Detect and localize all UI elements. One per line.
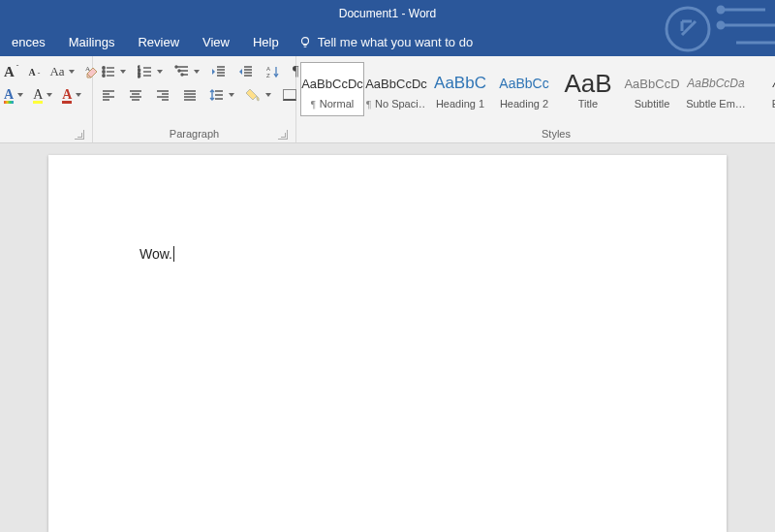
style-name-label: ¶ No Spaci… [366, 98, 426, 110]
align-justify-icon [182, 87, 198, 103]
decrease-indent-button[interactable] [209, 63, 229, 80]
shading-button[interactable] [244, 86, 273, 104]
style-preview: AaBbCcDa [685, 69, 747, 98]
svg-text:Z: Z [266, 73, 270, 78]
tell-me-label: Tell me what you want to do [318, 35, 473, 49]
svg-point-3 [301, 38, 308, 45]
align-left-icon [101, 87, 116, 103]
tab-help[interactable]: Help [241, 27, 291, 56]
style-preview: AaBbCcD [621, 69, 683, 98]
ribbon-tabs: ences Mailings Review View Help Tell me … [0, 27, 775, 56]
text-effects-icon: A [4, 88, 14, 102]
shading-icon [246, 87, 262, 103]
numbering-button[interactable]: 123 [136, 63, 165, 80]
svg-point-11 [175, 66, 177, 68]
paragraph-dialog-launcher[interactable] [278, 130, 288, 140]
bullets-icon [101, 64, 116, 79]
svg-point-5 [103, 67, 105, 69]
text-cursor [173, 246, 174, 262]
style-preview: AaBbCcDc [301, 69, 363, 98]
highlight-icon: A [33, 88, 43, 102]
multilevel-list-button[interactable] [172, 63, 202, 80]
change-case-button[interactable]: Aa [47, 63, 76, 80]
style-tile-subtle-em-[interactable]: AaBbCcDa Subtle Em… [684, 62, 748, 116]
style-name-label: ¶ Normal [311, 98, 355, 110]
tab-view[interactable]: View [191, 27, 241, 56]
change-case-icon: Aa [49, 64, 64, 79]
style-tile-heading-1[interactable]: AaBbC Heading 1 [428, 62, 492, 116]
font-dialog-launcher[interactable] [75, 130, 84, 140]
style-preview: AaBbCc [493, 69, 555, 98]
style-preview: AaB [557, 69, 619, 98]
group-styles: AaBbCcDc¶ NormalAaBbCcDc¶ No Spaci…AaBbC… [296, 56, 775, 142]
style-name-label: Subtle Em… [686, 98, 746, 110]
style-tile-em[interactable]: Aa Em [748, 62, 775, 116]
svg-text:3: 3 [138, 73, 140, 78]
line-spacing-icon [209, 87, 225, 103]
style-preview: Aa [749, 69, 775, 98]
style-tile-no-spaci-[interactable]: AaBbCcDc¶ No Spaci… [364, 62, 428, 116]
ribbon: A ˆ A ˇ Aa A [0, 56, 775, 143]
sort-icon: AZ [265, 64, 281, 79]
highlight-button[interactable]: A [31, 87, 54, 103]
style-tile-subtitle[interactable]: AaBbCcD Subtitle [620, 62, 684, 116]
sort-button[interactable]: AZ [264, 63, 283, 80]
style-tile-normal[interactable]: AaBbCcDc¶ Normal [300, 62, 364, 116]
align-center-button[interactable] [126, 86, 145, 104]
shrink-font-button[interactable]: A ˇ [27, 66, 43, 78]
group-styles-label: Styles [300, 124, 775, 142]
align-right-icon [155, 87, 170, 103]
style-name-label: Title [578, 98, 598, 110]
align-justify-button[interactable] [180, 86, 200, 104]
style-preview: AaBbCcDc [365, 69, 427, 98]
svg-text:A: A [85, 65, 90, 73]
align-center-icon [128, 87, 143, 103]
document-workspace: Wow. [0, 143, 775, 532]
svg-point-7 [103, 75, 105, 77]
bullets-button[interactable] [99, 63, 128, 80]
pilcrow-icon: ¶ [366, 98, 371, 110]
style-tile-heading-2[interactable]: AaBbCc Heading 2 [492, 62, 556, 116]
decrease-indent-icon [211, 64, 227, 79]
borders-icon [283, 89, 296, 101]
tab-review[interactable]: Review [126, 27, 191, 56]
group-font: A ˆ A ˇ Aa A [0, 56, 93, 142]
increase-indent-icon [238, 64, 254, 79]
align-right-button[interactable] [153, 86, 172, 104]
increase-caret-icon: ˆ [16, 63, 19, 72]
window-title: Document1 - Word [339, 7, 436, 20]
tab-references-partial[interactable]: ences [0, 27, 57, 56]
font-color-button[interactable]: A [60, 87, 83, 103]
style-preview: AaBbC [429, 69, 491, 98]
pilcrow-icon: ¶ [311, 98, 316, 110]
document-page[interactable]: Wow. [48, 155, 727, 532]
group-paragraph: 123 AZ ¶ [93, 56, 296, 142]
align-left-button[interactable] [99, 86, 118, 104]
title-bar: Document1 - Word [0, 0, 775, 27]
svg-text:A: A [266, 66, 270, 72]
increase-indent-button[interactable] [236, 63, 256, 80]
svg-point-12 [178, 70, 180, 72]
styles-gallery[interactable]: AaBbCcDc¶ NormalAaBbCcDc¶ No Spaci…AaBbC… [300, 62, 775, 118]
line-spacing-button[interactable] [207, 86, 236, 104]
style-tile-title[interactable]: AaB Title [556, 62, 620, 116]
typed-text: Wow. [140, 246, 172, 262]
grow-font-icon: A [4, 64, 15, 80]
style-name-label: Subtitle [635, 98, 670, 110]
group-font-label [2, 136, 86, 142]
shrink-font-icon: A [29, 67, 36, 78]
style-name-label: Heading 1 [436, 98, 484, 110]
lightbulb-icon [298, 35, 312, 48]
svg-point-13 [181, 74, 183, 76]
tab-mailings[interactable]: Mailings [57, 27, 127, 56]
document-body-text[interactable]: Wow. [140, 246, 174, 262]
tell-me-search[interactable]: Tell me what you want to do [298, 35, 473, 49]
style-name-label: Heading 2 [500, 98, 548, 110]
svg-point-1 [718, 7, 724, 13]
grow-font-button[interactable]: A ˆ [2, 63, 21, 81]
text-effects-button[interactable]: A [2, 87, 25, 103]
multilevel-list-icon [174, 64, 190, 79]
svg-point-6 [103, 71, 105, 73]
group-paragraph-label: Paragraph [99, 124, 290, 142]
numbering-icon: 123 [138, 64, 153, 79]
